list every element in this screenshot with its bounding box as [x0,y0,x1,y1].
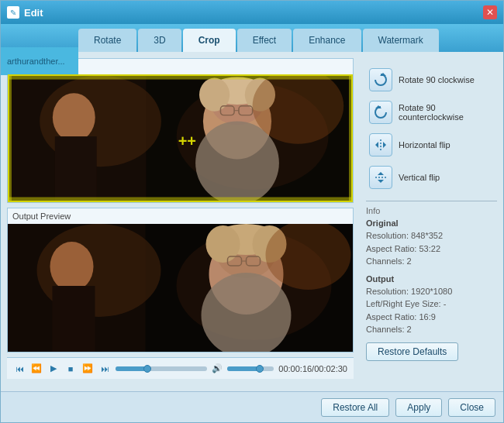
output-aspect: Aspect Ratio: 16:9 [366,311,497,324]
output-channels: Channels: 2 [366,323,497,336]
main-content: Original Preview [1,52,503,391]
svg-rect-16 [9,76,351,80]
right-panel: Rotate 90 clockwise Rotate 90 counterclo… [360,52,503,391]
horizontal-flip-icon [369,133,392,156]
output-preview-label: Output Preview [8,208,353,224]
output-preview-section: Output Preview [7,208,354,352]
volume-fill [227,366,260,371]
rotate-buttons: Rotate 90 clockwise Rotate 90 counterclo… [366,66,497,191]
tab-rotate[interactable]: Rotate [78,29,136,52]
horizontal-flip-label: Horizontal flip [399,140,450,150]
info-title: Info [366,206,497,215]
window-icon: ✎ [7,6,19,19]
svg-marker-43 [378,180,384,183]
file-tab[interactable]: arthurandther... [1,47,78,75]
vertical-flip-label: Vertical flip [399,173,440,182]
stop-button[interactable]: ■ [64,364,77,373]
svg-rect-17 [9,197,351,201]
tab-enhance[interactable]: Enhance [293,29,361,52]
edit-window: ✎ Edit ✕ arthurandther... Rotate 3D Crop… [0,0,504,423]
tab-3d[interactable]: 3D [138,29,181,52]
restore-all-button[interactable]: Restore All [321,398,389,417]
tabs-container: Rotate 3D Crop Effect Enhance Watermark [78,24,503,52]
volume-thumb [256,365,264,373]
output-info-title: Output [366,274,497,284]
svg-marker-42 [378,172,384,175]
output-resolution: Resolution: 1920*1080 [366,285,497,298]
progress-bar[interactable] [116,366,207,371]
rotate-ccw-icon [369,101,392,124]
original-resolution: Resolution: 848*352 [366,229,497,242]
window-title: Edit [24,7,483,19]
original-aspect: Aspect Ratio: 53:22 [366,242,497,256]
tab-crop[interactable]: Crop [183,29,236,52]
svg-point-24 [50,242,94,291]
original-video-scene: + [9,76,351,201]
playback-controls: ⏮ ⏪ ▶ ■ ⏩ ⏭ 🔊 00:00:16/00:02:30 [7,357,354,379]
bottom-bar: Restore All Apply Close [1,391,503,422]
output-info-group: Output Resolution: 1920*1080 Left/Right … [366,274,497,336]
horizontal-flip-button[interactable]: Horizontal flip [366,131,497,159]
rotate-cw-label: Rotate 90 clockwise [399,75,475,84]
step-back-button[interactable]: ⏪ [30,363,43,373]
apply-button[interactable]: Apply [395,398,442,417]
output-video-frame [8,224,353,352]
crosshair: + [178,133,196,149]
close-button[interactable]: Close [448,398,495,417]
progress-thumb [143,365,151,373]
skip-back-button[interactable]: ⏮ [13,364,26,373]
time-display: 00:00:16/00:02:30 [278,364,347,373]
vertical-flip-button[interactable]: Vertical flip [366,163,497,191]
restore-defaults-button[interactable]: Restore Defaults [366,342,458,361]
rotate-ccw-button[interactable]: Rotate 90 counterclockwise [366,98,497,126]
volume-icon: 🔊 [212,363,223,373]
svg-point-29 [206,225,240,263]
original-channels: Channels: 2 [366,255,497,268]
rotate-cw-icon [369,68,392,91]
skip-forward-button[interactable]: ⏭ [98,364,111,373]
output-video-scene [8,224,353,352]
original-info-title: Original [366,218,497,228]
tab-bar: arthurandther... Rotate 3D Crop Effect E… [1,24,503,52]
step-forward-button[interactable]: ⏩ [81,363,94,373]
svg-point-4 [53,93,95,142]
info-section: Info Original Resolution: 848*352 Aspect… [366,201,497,361]
svg-marker-39 [375,142,378,148]
original-preview-video: + [8,74,353,202]
progress-fill [116,366,147,371]
svg-rect-18 [9,76,12,201]
svg-rect-5 [55,136,97,201]
left-panel: Original Preview [1,52,360,391]
svg-rect-25 [53,286,95,352]
tab-watermark[interactable]: Watermark [363,29,439,52]
output-leftright: Left/Right Eye Size: - [366,297,497,311]
vertical-flip-icon [369,166,392,189]
rotate-ccw-label: Rotate 90 counterclockwise [399,103,494,122]
title-bar: ✎ Edit ✕ [1,1,503,24]
svg-rect-19 [349,76,351,201]
volume-bar[interactable] [227,366,274,371]
output-preview-video [8,224,353,352]
close-window-button[interactable]: ✕ [483,5,497,19]
svg-marker-40 [383,142,386,148]
play-button[interactable]: ▶ [47,363,60,373]
tab-effect[interactable]: Effect [237,29,292,52]
rotate-cw-button[interactable]: Rotate 90 clockwise [366,66,497,94]
original-preview-section: Original Preview [7,58,354,203]
original-info-group: Original Resolution: 848*352 Aspect Rati… [366,218,497,268]
